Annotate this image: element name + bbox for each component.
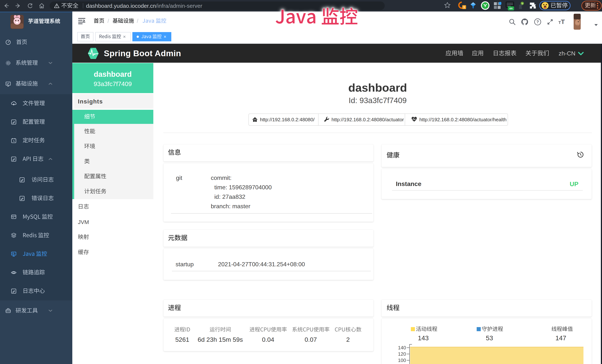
svg-text:on: on: [509, 7, 512, 10]
svg-text:?: ?: [536, 20, 539, 24]
svg-text:1: 1: [463, 6, 465, 9]
